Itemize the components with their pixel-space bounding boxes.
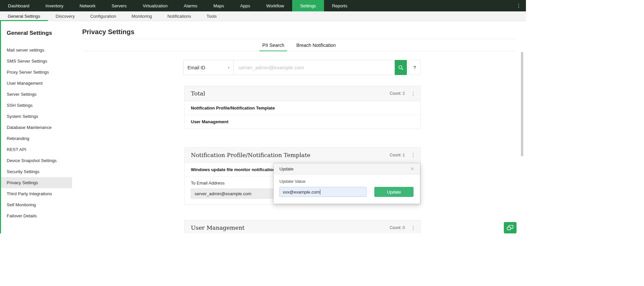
user-management-panel-header: User Management Count: 0 ⋮: [184, 220, 420, 233]
update-popup: Update ✕ Update Value xxx@example.com Up…: [273, 163, 420, 204]
search-type-value: Email ID: [187, 65, 205, 70]
support-widget-button[interactable]: [504, 222, 517, 233]
kebab-menu-icon[interactable]: ⋮: [410, 152, 416, 158]
update-popup-title: Update: [279, 166, 410, 171]
user-management-panel: User Management Count: 0 ⋮: [184, 220, 421, 233]
nav-item-network[interactable]: Network: [71, 0, 104, 11]
app-window: Dashboard Inventory Network Servers Virt…: [0, 0, 526, 233]
search-input-group: Email ID ▾: [183, 60, 395, 75]
privacy-sub-tabs: PII Search Breach Notification: [82, 39, 516, 51]
user-management-count-badge: Count: 0: [390, 225, 405, 230]
sidebar-item-security-settings[interactable]: Security Settings: [0, 166, 72, 177]
sidebar-item-server-settings[interactable]: Server Settings: [0, 89, 72, 100]
nav-item-dashboard[interactable]: Dashboard: [0, 0, 38, 11]
sidebar-item-ssh-settings[interactable]: SSH Settings: [0, 100, 72, 111]
search-input[interactable]: [234, 60, 394, 75]
result-row-user-management: User Management: [184, 115, 420, 129]
tab-discovery[interactable]: Discovery: [48, 11, 83, 21]
sidebar-item-database-maintenance[interactable]: Database Maintenance: [0, 122, 72, 133]
nav-item-reports[interactable]: Reports: [324, 0, 356, 11]
total-results-panel: Total Count: 2 ⋮ Notification Profile/No…: [184, 86, 421, 129]
pii-search-bar: Email ID ▾ ?: [183, 60, 421, 75]
nav-item-servers[interactable]: Servers: [104, 0, 135, 11]
update-popup-header: Update ✕: [274, 163, 420, 174]
nav-item-apps[interactable]: Apps: [232, 0, 258, 11]
vertical-scrollbar-thumb[interactable]: [521, 52, 523, 156]
total-count-badge: Count: 2: [390, 91, 405, 96]
top-navigation: Dashboard Inventory Network Servers Virt…: [0, 0, 526, 11]
search-type-dropdown[interactable]: Email ID ▾: [183, 60, 234, 75]
kebab-menu-icon[interactable]: ⋮: [410, 225, 416, 231]
sidebar-item-rebranding[interactable]: Rebranding: [0, 133, 72, 144]
tab-tools[interactable]: Tools: [199, 11, 224, 21]
total-panel-header: Total Count: 2 ⋮: [184, 86, 420, 101]
tab-pii-search[interactable]: PII Search: [259, 39, 287, 51]
update-value-input[interactable]: xxx@example.com: [279, 187, 367, 197]
sidebar-item-failover-details[interactable]: Failover Details: [0, 210, 72, 221]
content-area: General Settings Mail server settings SM…: [0, 21, 526, 233]
kebab-menu-icon[interactable]: ⋮: [410, 90, 416, 97]
tab-monitoring[interactable]: Monitoring: [124, 11, 160, 21]
panel-title-notification-profile: Notification Profile/Notification Templa…: [191, 152, 390, 158]
search-button[interactable]: [395, 60, 407, 75]
sidebar-item-mail-server-settings[interactable]: Mail server settings: [0, 45, 72, 56]
notification-panel-header: Notification Profile/Notification Templa…: [184, 148, 420, 163]
update-popup-body: Update Value xxx@example.com Update: [274, 174, 420, 204]
text-caret: [320, 190, 320, 195]
tab-configuration[interactable]: Configuration: [83, 11, 124, 21]
sidebar-item-system-settings[interactable]: System Settings: [0, 111, 72, 122]
notification-count-badge: Count: 1: [390, 153, 405, 157]
chevron-down-icon: ▾: [228, 66, 229, 69]
sidebar-item-user-management[interactable]: User Management: [0, 78, 72, 89]
help-button[interactable]: ?: [409, 60, 421, 75]
nav-item-inventory[interactable]: Inventory: [38, 0, 71, 11]
sidebar-item-third-party-integrations[interactable]: Third Party Integrations: [0, 188, 72, 199]
settings-sidebar: General Settings Mail server settings SM…: [0, 21, 72, 233]
nav-item-virtualization[interactable]: Virtualization: [135, 0, 176, 11]
sidebar-item-privacy-settings[interactable]: Privacy Settings: [0, 177, 72, 188]
screen-share-icon: [506, 224, 514, 231]
page-title-row: Privacy Settings: [82, 21, 516, 39]
overflow-menu-icon[interactable]: ⋮: [514, 0, 523, 11]
panel-title-total: Total: [191, 90, 390, 97]
sidebar-item-proxy-server-settings[interactable]: Proxy Server Settings: [0, 67, 72, 78]
update-button[interactable]: Update: [374, 187, 414, 197]
tab-breach-notification[interactable]: Breach Notification: [293, 39, 339, 51]
tab-notifications[interactable]: Notifications: [160, 11, 199, 21]
result-row-notification-profile: Notification Profile/Notification Templa…: [184, 101, 420, 115]
page-title: Privacy Settings: [82, 28, 516, 36]
sidebar-item-sms-server-settings[interactable]: SMS Server Settings: [0, 56, 72, 67]
sidebar-item-self-monitoring[interactable]: Self Monitoring: [0, 199, 72, 210]
search-icon: [398, 65, 404, 71]
settings-tab-bar: General Settings Discovery Configuration…: [0, 11, 526, 21]
nav-item-workflow[interactable]: Workflow: [258, 0, 292, 11]
sidebar-title: General Settings: [0, 30, 72, 37]
update-value-label: Update Value: [279, 179, 414, 184]
nav-item-maps[interactable]: Maps: [205, 0, 232, 11]
update-value-text: xxx@example.com: [283, 190, 320, 195]
panel-title-user-management: User Management: [191, 224, 390, 231]
sidebar-item-device-snapshot-settings[interactable]: Device Snapshot Settings: [0, 155, 72, 166]
sidebar-item-rest-api[interactable]: REST API: [0, 144, 72, 155]
tab-general-settings[interactable]: General Settings: [0, 11, 48, 21]
sidebar-accent-bar: [0, 21, 1, 233]
nav-item-alarms[interactable]: Alarms: [176, 0, 205, 11]
close-icon[interactable]: ✕: [410, 166, 414, 171]
nav-item-settings[interactable]: Settings: [292, 0, 324, 11]
